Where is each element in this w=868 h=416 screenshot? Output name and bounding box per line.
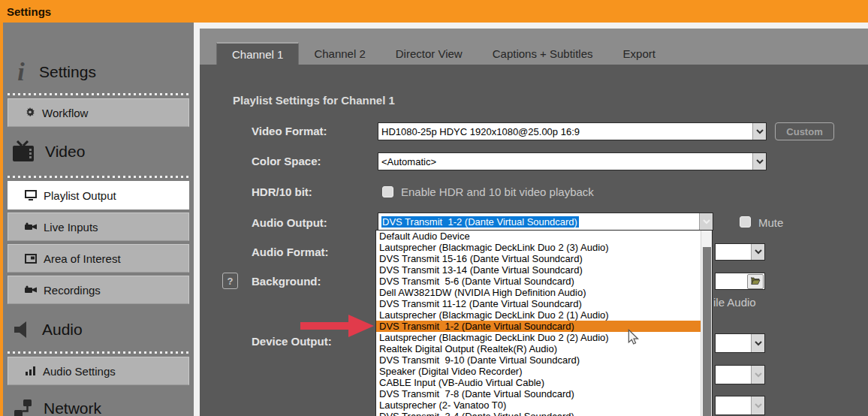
sidebar-header-label: Audio <box>42 321 83 339</box>
audio-output-label: Audio Output: <box>252 216 327 229</box>
sidebar-item-label: Workflow <box>42 107 88 119</box>
color-space-select[interactable]: <Automatic> <box>378 152 767 170</box>
audio-output-dropdown-list: Default Audio Device Lautsprecher (Black… <box>375 230 713 416</box>
dropdown-option[interactable]: Lautsprecher (Blackmagic DeckLink Duo 2 … <box>376 309 701 321</box>
sidebar-header-label: Network <box>44 399 101 416</box>
video-camera-icon <box>25 285 37 294</box>
dropdown-option[interactable]: Lautsprecher (Blackmagic DeckLink Duo 2 … <box>376 242 701 253</box>
custom-button[interactable]: Custom <box>775 122 834 140</box>
background-path-field[interactable] <box>715 273 765 290</box>
area-of-interest-icon <box>25 254 37 264</box>
settings-window: Settings i Settings Workflow Video <box>0 0 868 416</box>
sidebar-separator <box>8 176 189 178</box>
tab-channel-1[interactable]: Channel 1 <box>216 42 299 65</box>
tab-channel-2[interactable]: Channel 2 <box>299 42 380 65</box>
device-output-select-2[interactable] <box>715 365 765 384</box>
sidebar-item-label: Playlist Output <box>44 189 116 202</box>
monitor-icon <box>25 190 37 200</box>
audio-format-label: Audio Format: <box>252 246 329 258</box>
folder-open-icon <box>750 277 761 285</box>
sidebar-header-network: Network <box>3 390 194 416</box>
window-title: Settings <box>7 5 51 18</box>
sidebar-item-label: Area of Interest <box>44 252 121 265</box>
dialog-inner-border-top <box>194 23 868 29</box>
sidebar-item-label: Audio Settings <box>43 365 116 378</box>
chevron-down-icon[interactable] <box>751 396 764 414</box>
sidebar-separator <box>8 351 189 354</box>
sidebar-header-settings: i Settings <box>3 53 194 92</box>
help-button[interactable]: ? <box>222 273 238 289</box>
hdr-label: HDR/10 bit: <box>252 185 312 198</box>
titlebar: Settings <box>0 0 868 23</box>
chevron-down-icon[interactable] <box>752 123 766 140</box>
annotation-arrow-icon <box>299 312 375 339</box>
dropdown-option[interactable]: DVS Transmit 13-14 (Dante Virtual Soundc… <box>376 264 701 276</box>
dropdown-option[interactable]: DVS Transmit 11-12 (Dante Virtual Soundc… <box>376 298 701 309</box>
mute-checkbox[interactable] <box>740 216 751 228</box>
sidebar-item-audio-settings[interactable]: Audio Settings <box>8 357 189 385</box>
browse-button[interactable] <box>747 274 764 289</box>
sidebar-item-live-inputs[interactable]: Live Inputs <box>8 213 189 241</box>
sidebar-separator <box>8 93 189 95</box>
dropdown-option[interactable]: DVS Transmit 7-8 (Dante Virtual Soundcar… <box>376 388 701 399</box>
cursor-icon <box>628 329 639 345</box>
levels-icon <box>25 366 36 376</box>
dropdown-option[interactable]: Speaker (Digital Video Recorder) <box>376 366 701 377</box>
audio-output-value: DVS Transmit 1-2 (Dante Virtual Soundcar… <box>378 216 699 228</box>
tab-captions-subtitles[interactable]: Captions + Subtitles <box>478 42 608 65</box>
hdr-checkbox[interactable] <box>382 186 393 197</box>
device-output-select-3[interactable] <box>715 396 765 415</box>
audio-format-select[interactable] <box>715 243 765 261</box>
sidebar-item-playlist-output[interactable]: Playlist Output <box>8 181 189 210</box>
chevron-down-icon[interactable] <box>751 334 764 352</box>
dropdown-option[interactable]: Realtek Digital Output (Realtek(R) Audio… <box>376 343 701 354</box>
tab-bar: Channel 1 Channel 2 Director View Captio… <box>216 42 671 65</box>
dropdown-option[interactable]: DVS Transmit 3-4 (Dante Virtual Soundcar… <box>376 411 701 416</box>
chevron-down-icon[interactable] <box>751 366 764 384</box>
dropdown-option[interactable]: DVS Transmit 15-16 (Dante Virtual Soundc… <box>376 253 701 264</box>
dropdown-option[interactable]: DVS Transmit 9-10 (Dante Virtual Soundca… <box>376 354 701 366</box>
dropdown-option-highlighted[interactable]: DVS Transmit 1-2 (Dante Virtual Soundcar… <box>376 321 701 332</box>
sidebar-item-label: Recordings <box>44 284 101 297</box>
dropdown-option[interactable]: CABLE Input (VB-Audio Virtual Cable) <box>376 377 701 388</box>
dropdown-option[interactable]: DVS Transmit 5-6 (Dante Virtual Soundcar… <box>376 276 701 287</box>
dropdown-option[interactable]: Lautsprecher (Blackmagic DeckLink Duo 2 … <box>376 332 701 343</box>
network-icon <box>3 399 44 416</box>
sidebar-header-label: Video <box>45 143 85 161</box>
sidebar-item-recordings[interactable]: Recordings <box>8 276 189 304</box>
background-label: Background: <box>252 275 321 288</box>
dropdown-scrollbar[interactable] <box>701 231 712 416</box>
sidebar-item-label: Live Inputs <box>44 221 98 234</box>
info-icon: i <box>3 59 39 85</box>
audio-output-select[interactable]: DVS Transmit 1-2 (Dante Virtual Soundcar… <box>378 213 713 231</box>
dropdown-option[interactable]: Default Audio Device <box>376 231 701 242</box>
sidebar: i Settings Workflow Video Playlist Outpu… <box>3 23 194 416</box>
hdr-checkbox-label: Enable HDR and 10 bit video playback <box>401 185 594 198</box>
sidebar-header-audio: Audio <box>3 311 194 348</box>
scrollbar-thumb[interactable] <box>703 247 711 416</box>
dropdown-option[interactable]: Dell AW3821DW (NVIDIA High Definition Au… <box>376 287 701 298</box>
tv-icon <box>3 140 45 163</box>
gear-icon <box>25 107 35 118</box>
video-camera-icon <box>25 222 37 231</box>
dropdown-option[interactable]: Lautsprecher (2- Vanatoo T0) <box>376 399 701 411</box>
chevron-down-icon[interactable] <box>751 244 764 260</box>
device-output-select-1[interactable] <box>715 333 765 353</box>
sidebar-item-area-of-interest[interactable]: Area of Interest <box>8 244 189 273</box>
page-title: Playlist Settings for Channel 1 <box>233 94 395 107</box>
mute-checkbox-label: Mute <box>758 216 783 229</box>
video-format-value: HD1080-25p HDYC 1920x1080@25.00p 16:9 <box>378 126 752 137</box>
chevron-down-icon[interactable] <box>752 153 766 170</box>
video-format-label: Video Format: <box>252 125 327 137</box>
tab-director-view[interactable]: Director View <box>381 42 478 65</box>
speaker-icon <box>3 321 42 339</box>
video-format-select[interactable]: HD1080-25p HDYC 1920x1080@25.00p 16:9 <box>378 122 767 140</box>
tab-export[interactable]: Export <box>608 42 671 65</box>
sidebar-header-label: Settings <box>39 63 96 81</box>
sidebar-header-video: Video <box>3 132 194 171</box>
color-space-value: <Automatic> <box>378 156 752 167</box>
sidebar-item-workflow[interactable]: Workflow <box>8 98 189 127</box>
chevron-down-icon[interactable] <box>699 213 713 230</box>
color-space-label: Color Space: <box>252 155 321 167</box>
dialog-inner-border-left <box>194 23 200 416</box>
